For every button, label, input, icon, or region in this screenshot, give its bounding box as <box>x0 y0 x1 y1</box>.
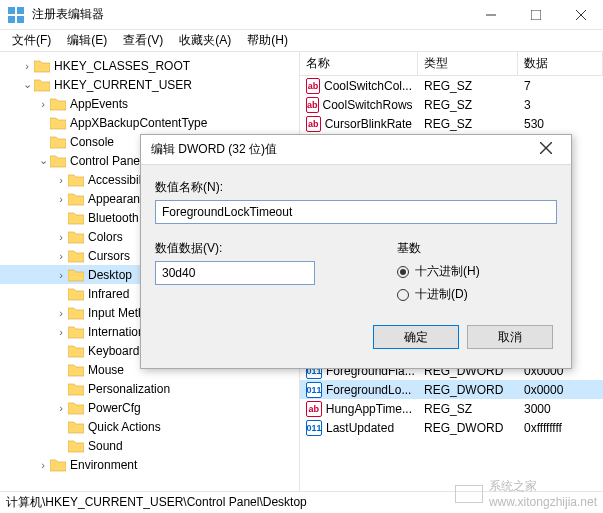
value-name: CursorBlinkRate <box>325 117 412 131</box>
radix-dec-radio[interactable]: 十进制(D) <box>397 286 557 303</box>
binary-value-icon: 011 <box>306 382 322 398</box>
dialog-close-button[interactable] <box>531 142 561 157</box>
value-data: 3 <box>518 98 603 112</box>
folder-icon <box>50 458 66 472</box>
folder-icon <box>50 154 66 168</box>
window-title: 注册表编辑器 <box>32 6 468 23</box>
minimize-button[interactable] <box>468 0 513 30</box>
folder-icon <box>68 249 84 263</box>
chevron-down-icon[interactable]: ⌄ <box>36 154 50 167</box>
tree-item-label: HKEY_CLASSES_ROOT <box>54 59 190 73</box>
chevron-right-icon[interactable]: › <box>54 402 68 414</box>
menu-help[interactable]: 帮助(H) <box>239 30 296 51</box>
svg-rect-3 <box>17 16 24 23</box>
folder-icon <box>50 116 66 130</box>
watermark-icon <box>455 485 483 503</box>
radio-icon <box>397 289 409 301</box>
folder-icon <box>68 211 84 225</box>
value-type: REG_SZ <box>418 402 518 416</box>
tree-item-label: PowerCfg <box>88 401 141 415</box>
menu-favorites[interactable]: 收藏夹(A) <box>171 30 239 51</box>
chevron-right-icon[interactable]: › <box>54 231 68 243</box>
folder-icon <box>68 268 84 282</box>
list-row[interactable]: 011LastUpdatedREG_DWORD0xffffffff <box>300 418 603 437</box>
col-header-data[interactable]: 数据 <box>518 52 603 75</box>
menu-file[interactable]: 文件(F) <box>4 30 59 51</box>
binary-value-icon: 011 <box>306 420 322 436</box>
maximize-button[interactable] <box>513 0 558 30</box>
tree-item-label: AppEvents <box>70 97 128 111</box>
list-row[interactable]: abHungAppTime...REG_SZ3000 <box>300 399 603 418</box>
dialog-title: 编辑 DWORD (32 位)值 <box>151 141 531 158</box>
chevron-right-icon[interactable]: › <box>54 326 68 338</box>
folder-icon <box>50 135 66 149</box>
folder-icon <box>68 306 84 320</box>
title-bar: 注册表编辑器 <box>0 0 603 30</box>
tree-item[interactable]: ›Environment <box>0 455 299 474</box>
tree-item[interactable]: ›HKEY_CLASSES_ROOT <box>0 56 299 75</box>
status-path: 计算机\HKEY_CURRENT_USER\Control Panel\Desk… <box>6 494 307 511</box>
tree-item[interactable]: ⌄HKEY_CURRENT_USER <box>0 75 299 94</box>
value-type: REG_DWORD <box>418 383 518 397</box>
ok-button[interactable]: 确定 <box>373 325 459 349</box>
value-name-label: 数值名称(N): <box>155 179 557 196</box>
tree-item[interactable]: AppXBackupContentType <box>0 113 299 132</box>
folder-icon <box>68 344 84 358</box>
svg-rect-5 <box>531 10 541 20</box>
list-header: 名称 类型 数据 <box>300 52 603 76</box>
tree-item-label: AppXBackupContentType <box>70 116 207 130</box>
tree-item-label: Console <box>70 135 114 149</box>
value-type: REG_DWORD <box>418 421 518 435</box>
list-row[interactable]: abCursorBlinkRateREG_SZ530 <box>300 114 603 133</box>
col-header-type[interactable]: 类型 <box>418 52 518 75</box>
menu-edit[interactable]: 编辑(E) <box>59 30 115 51</box>
value-data-input[interactable] <box>155 261 315 285</box>
tree-item-label: HKEY_CURRENT_USER <box>54 78 192 92</box>
tree-item-label: Infrared <box>88 287 129 301</box>
folder-icon <box>68 287 84 301</box>
value-type: REG_SZ <box>418 98 518 112</box>
tree-item-label: Control Panel <box>70 154 143 168</box>
list-row[interactable]: 011ForegroundLo...REG_DWORD0x0000 <box>300 380 603 399</box>
chevron-right-icon[interactable]: › <box>54 174 68 186</box>
edit-dword-dialog: 编辑 DWORD (32 位)值 数值名称(N): 数值数据(V): 基数 十六… <box>140 134 572 369</box>
tree-item-label: Sound <box>88 439 123 453</box>
tree-item-label: Quick Actions <box>88 420 161 434</box>
folder-icon <box>34 59 50 73</box>
close-button[interactable] <box>558 0 603 30</box>
radio-icon <box>397 266 409 278</box>
chevron-right-icon[interactable]: › <box>36 98 50 110</box>
tree-item[interactable]: Sound <box>0 436 299 455</box>
chevron-right-icon[interactable]: › <box>54 269 68 281</box>
value-name: HungAppTime... <box>326 402 412 416</box>
list-row[interactable]: abCoolSwitchRowsREG_SZ3 <box>300 95 603 114</box>
folder-icon <box>68 173 84 187</box>
tree-item[interactable]: Quick Actions <box>0 417 299 436</box>
folder-icon <box>68 325 84 339</box>
radix-hex-label: 十六进制(H) <box>415 263 480 280</box>
value-name-input[interactable] <box>155 200 557 224</box>
tree-item[interactable]: Personalization <box>0 379 299 398</box>
tree-item[interactable]: ›AppEvents <box>0 94 299 113</box>
radix-hex-radio[interactable]: 十六进制(H) <box>397 263 557 280</box>
cancel-button[interactable]: 取消 <box>467 325 553 349</box>
tree-item-label: Mouse <box>88 363 124 377</box>
chevron-right-icon[interactable]: › <box>36 459 50 471</box>
watermark-text: 系统之家 <box>489 479 537 493</box>
value-data-label: 数值数据(V): <box>155 240 377 257</box>
col-header-name[interactable]: 名称 <box>300 52 418 75</box>
chevron-right-icon[interactable]: › <box>54 250 68 262</box>
value-name: CoolSwitchCol... <box>324 79 412 93</box>
value-name: LastUpdated <box>326 421 394 435</box>
chevron-right-icon[interactable]: › <box>54 193 68 205</box>
list-row[interactable]: abCoolSwitchCol...REG_SZ7 <box>300 76 603 95</box>
menu-view[interactable]: 查看(V) <box>115 30 171 51</box>
folder-icon <box>68 401 84 415</box>
chevron-right-icon[interactable]: › <box>20 60 34 72</box>
value-name: CoolSwitchRows <box>323 98 413 112</box>
tree-item[interactable]: ›PowerCfg <box>0 398 299 417</box>
chevron-down-icon[interactable]: ⌄ <box>20 78 34 91</box>
chevron-right-icon[interactable]: › <box>54 307 68 319</box>
tree-item-label: Personalization <box>88 382 170 396</box>
string-value-icon: ab <box>306 401 322 417</box>
